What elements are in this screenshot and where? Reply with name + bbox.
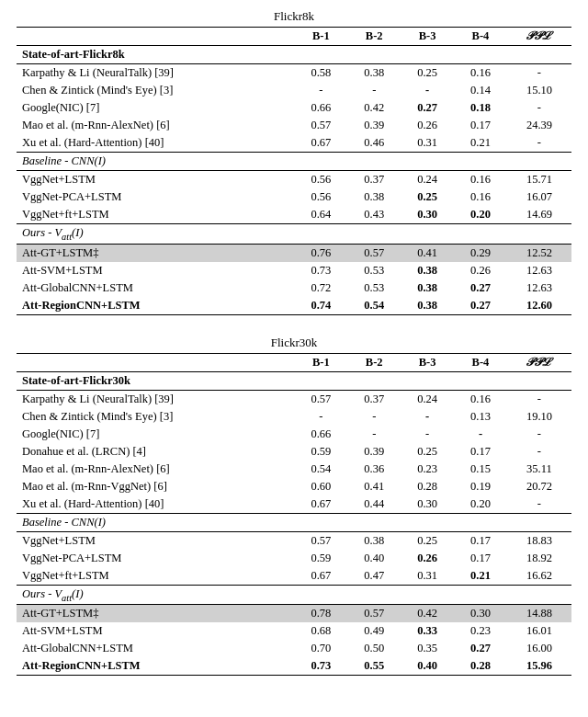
table-cell: 24.39 [507,117,571,134]
table-title: Flickr8k [17,9,571,24]
table-cell: 0.74 [294,297,347,315]
table-cell: 0.26 [401,117,454,134]
table-cell: 0.41 [347,478,401,495]
table-cell: 0.28 [401,478,454,495]
table-cell: 0.25 [401,531,454,550]
table-cell: 0.38 [347,64,401,83]
table-cell: 0.68 [294,622,347,640]
table-cell: 0.25 [401,443,454,461]
table-cell: 0.17 [454,550,507,567]
table-cell: Xu et al. (Hard-Attention) [40] [17,495,294,514]
table-cell: 0.70 [294,640,347,657]
table-row: VggNet-PCA+LSTM0.590.400.260.1718.92 [17,550,571,567]
table-cell: 19.10 [507,408,571,426]
table-cell: 0.67 [294,134,347,153]
table-cell: Xu et al. (Hard-Attention) [40] [17,134,294,153]
table-cell: 0.28 [454,657,507,676]
table-cell: 0.27 [454,640,507,657]
table-cell: 0.59 [294,443,347,461]
table-cell: 0.57 [347,244,401,262]
table-cell: 12.63 [507,279,571,297]
table-cell: 0.56 [294,188,347,206]
table-cell: - [401,408,454,426]
table-cell: Mao et al. (m-Rnn-AlexNet) [6] [17,461,294,478]
table-cell: 0.24 [401,390,454,408]
table-cell: 0.29 [454,244,507,262]
table-row: VggNet+LSTM0.560.370.240.1615.71 [17,171,571,189]
col-header-3: B-3 [401,353,454,371]
results-table: B-1B-2B-3B-4𝒫𝒫ℒ State-of-art-Flickr8k Ka… [17,27,571,315]
table-cell: 0.59 [294,550,347,567]
table-row: Karpathy & Li (NeuralTalk) [39]0.580.380… [17,64,571,83]
table-cell: 0.15 [454,461,507,478]
table-cell: 15.71 [507,171,571,189]
table-row: Donahue et al. (LRCN) [4]0.590.390.250.1… [17,443,571,461]
table-row: Att-RegionCNN+LSTM0.730.550.400.2815.96 [17,657,571,676]
table-cell: Mao et al. (m-Rnn-AlexNet) [6] [17,117,294,134]
table-row: Karpathy & Li (NeuralTalk) [39]0.570.370… [17,390,571,408]
table-row: Att-GlobalCNN+LSTM0.720.530.380.2712.63 [17,279,571,297]
table-cell: 0.49 [347,622,401,640]
table-cell: 0.67 [294,567,347,586]
table-cell: 14.88 [507,605,571,623]
table-cell: 12.63 [507,262,571,279]
table-row: Mao et al. (m-Rnn-AlexNet) [6]0.540.360.… [17,461,571,478]
table-cell: - [294,82,347,99]
table-cell: Att-RegionCNN+LSTM [17,657,294,676]
table-cell: 0.33 [401,622,454,640]
col-header-2: B-2 [347,353,401,371]
table-cell: 0.38 [401,262,454,279]
table-row: Chen & Zintick (Mind's Eye) [3]---0.1319… [17,408,571,426]
table-cell: 0.56 [294,171,347,189]
table-cell: VggNet+ft+LSTM [17,567,294,586]
table-cell: 0.57 [294,531,347,550]
table-cell: Att-GlobalCNN+LSTM [17,279,294,297]
table-cell: Google(NIC) [7] [17,99,294,117]
table-cell: 0.24 [401,171,454,189]
table-cell: 0.42 [347,99,401,117]
table-row: Chen & Zintick (Mind's Eye) [3]---0.1415… [17,82,571,99]
table-cell: 0.14 [454,82,507,99]
table-cell: 0.76 [294,244,347,262]
table-cell: 0.42 [401,605,454,623]
table-cell: - [507,443,571,461]
table-cell: 0.38 [401,279,454,297]
table-cell: Karpathy & Li (NeuralTalk) [39] [17,390,294,408]
table-cell: - [507,134,571,153]
table-cell: 0.16 [454,171,507,189]
table-row: VggNet+LSTM0.570.380.250.1718.83 [17,531,571,550]
table-cell: 0.23 [454,622,507,640]
table-cell: - [347,82,401,99]
table-row: Att-GT+LSTM‡0.780.570.420.3014.88 [17,605,571,623]
table-cell: 18.83 [507,531,571,550]
subsection-header-label: Baseline - CNN(I) [17,153,571,171]
table-cell: - [507,64,571,83]
table-cell: 0.72 [294,279,347,297]
table-cell: 0.39 [347,443,401,461]
table-cell: 0.39 [347,117,401,134]
table-cell: 0.17 [454,531,507,550]
table-cell: Att-GT+LSTM‡ [17,244,294,262]
col-header-0 [17,28,294,46]
col-header-2: B-2 [347,28,401,46]
table-cell: 0.13 [454,408,507,426]
table-cell: 0.47 [347,567,401,586]
table-cell: 12.60 [507,297,571,315]
table-cell: 14.69 [507,206,571,224]
table-cell: 0.26 [454,262,507,279]
table-cell: Mao et al. (m-Rnn-VggNet) [6] [17,478,294,495]
table-cell: 16.00 [507,640,571,657]
table-cell: 0.40 [347,550,401,567]
table-row: Google(NIC) [7]0.660.420.270.18- [17,99,571,117]
table-row: Mao et al. (m-Rnn-AlexNet) [6]0.570.390.… [17,117,571,134]
table-cell: 0.40 [401,657,454,676]
table-cell: VggNet-PCA+LSTM [17,188,294,206]
table-cell: 0.31 [401,134,454,153]
table-cell: 0.27 [454,279,507,297]
table-row: Mao et al. (m-Rnn-VggNet) [6]0.600.410.2… [17,478,571,495]
table-header-row: B-1B-2B-3B-4𝒫𝒫ℒ [17,353,571,371]
table-title: Flickr30k [17,336,571,350]
table-cell: 0.17 [454,117,507,134]
col-header-1: B-1 [294,28,347,46]
table-cell: Donahue et al. (LRCN) [4] [17,443,294,461]
